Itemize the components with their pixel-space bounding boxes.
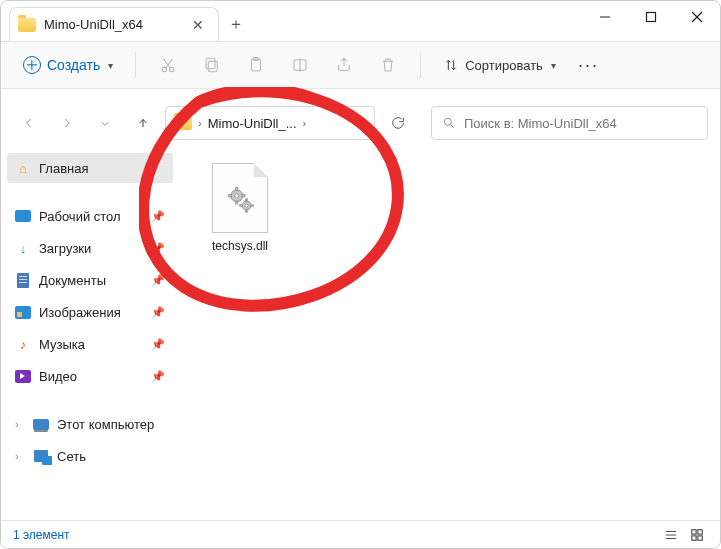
window-tab[interactable]: Mimo-UniDll_x64 ✕ [9,7,219,41]
svg-rect-6 [208,61,217,72]
svg-rect-21 [246,210,248,212]
pictures-icon [15,306,31,319]
sidebar-item-documents[interactable]: Документы 📌 [7,265,173,295]
cut-button[interactable] [148,47,188,83]
video-icon [15,370,31,383]
svg-point-11 [444,118,451,125]
delete-button[interactable] [368,47,408,83]
file-name: techsys.dll [212,239,268,253]
svg-rect-15 [236,201,238,204]
svg-rect-27 [698,535,702,539]
toolbar-divider [420,52,421,78]
breadcrumb-folder: Mimo-UniDll_... [208,116,297,131]
back-button[interactable] [13,107,45,139]
item-count: 1 элемент [13,528,70,542]
file-item[interactable]: techsys.dll [195,157,285,259]
details-view-button[interactable] [660,525,682,545]
sidebar-item-desktop[interactable]: Рабочий стол 📌 [7,201,173,231]
svg-point-13 [235,194,239,198]
svg-rect-24 [692,529,696,533]
more-button[interactable]: ··· [570,55,607,76]
chevron-right-icon: › [15,450,25,462]
file-pane[interactable]: techsys.dll [179,147,720,525]
downloads-icon: ↓ [15,240,31,256]
home-icon: ⌂ [15,160,31,176]
close-tab-icon[interactable]: ✕ [188,15,208,35]
folder-icon [174,116,192,130]
pc-icon [33,419,49,430]
copy-button[interactable] [192,47,232,83]
sidebar-item-network[interactable]: › Сеть [7,441,173,471]
status-bar: 1 элемент [1,520,720,548]
sidebar-item-video[interactable]: Видео 📌 [7,361,173,391]
new-tab-button[interactable]: ＋ [219,7,253,41]
svg-rect-16 [229,195,232,197]
search-input[interactable] [464,116,697,131]
sidebar-label: Документы [39,273,106,288]
sort-button[interactable]: Сортировать ▾ [433,51,566,79]
minimize-button[interactable] [582,1,628,33]
chevron-right-icon: › [198,117,202,129]
sidebar-item-music[interactable]: ♪ Музыка 📌 [7,329,173,359]
sidebar-item-downloads[interactable]: ↓ Загрузки 📌 [7,233,173,263]
svg-rect-20 [246,199,248,201]
search-box[interactable] [431,106,708,140]
sidebar-label: Сеть [57,449,86,464]
svg-rect-26 [692,535,696,539]
chevron-down-icon: ▾ [551,60,556,71]
address-bar[interactable]: › Mimo-UniDll_... › [165,106,375,140]
pin-icon: 📌 [151,338,165,351]
toolbar-divider [135,52,136,78]
folder-icon [18,18,36,32]
recent-button[interactable] [89,107,121,139]
maximize-button[interactable] [628,1,674,33]
sidebar-item-this-pc[interactable]: › Этот компьютер [7,409,173,439]
sort-icon [443,57,459,73]
sidebar-label: Рабочий стол [39,209,121,224]
share-button[interactable] [324,47,364,83]
network-icon [34,450,48,462]
sidebar-label: Этот компьютер [57,417,154,432]
svg-rect-22 [240,205,242,207]
sidebar-label: Изображения [39,305,121,320]
pin-icon: 📌 [151,306,165,319]
pin-icon: 📌 [151,242,165,255]
pin-icon: 📌 [151,370,165,383]
sidebar-label: Видео [39,369,77,384]
chevron-down-icon: ▾ [108,60,113,71]
sidebar-label: Музыка [39,337,85,352]
sidebar-item-home[interactable]: ⌂ Главная [7,153,173,183]
toolbar: Создать ▾ Сортировать ▾ ··· [1,41,720,89]
create-label: Создать [47,57,100,73]
chevron-right-icon: › [15,418,25,430]
documents-icon [17,273,29,288]
sidebar-item-pictures[interactable]: Изображения 📌 [7,297,173,327]
forward-button[interactable] [51,107,83,139]
sidebar-label: Загрузки [39,241,91,256]
dll-file-icon [212,163,268,233]
up-button[interactable] [127,107,159,139]
search-icon [442,116,456,130]
create-button[interactable]: Создать ▾ [13,50,123,80]
close-window-button[interactable] [674,1,720,33]
desktop-icon [15,210,31,222]
pin-icon: 📌 [151,274,165,287]
refresh-button[interactable] [381,106,415,140]
plus-circle-icon [23,56,41,74]
rename-button[interactable] [280,47,320,83]
music-icon: ♪ [15,336,31,352]
svg-point-19 [245,204,248,207]
svg-rect-1 [647,13,656,22]
pin-icon: 📌 [151,210,165,223]
sidebar-label: Главная [39,161,88,176]
tab-title: Mimo-UniDll_x64 [44,17,180,32]
sidebar: ⌂ Главная Рабочий стол 📌 ↓ Загрузки 📌 До… [1,147,179,525]
svg-rect-25 [698,529,702,533]
sort-label: Сортировать [465,58,543,73]
svg-rect-17 [242,195,245,197]
icons-view-button[interactable] [686,525,708,545]
paste-button[interactable] [236,47,276,83]
chevron-right-icon: › [303,117,307,129]
svg-rect-14 [236,188,238,191]
svg-rect-23 [251,205,253,207]
